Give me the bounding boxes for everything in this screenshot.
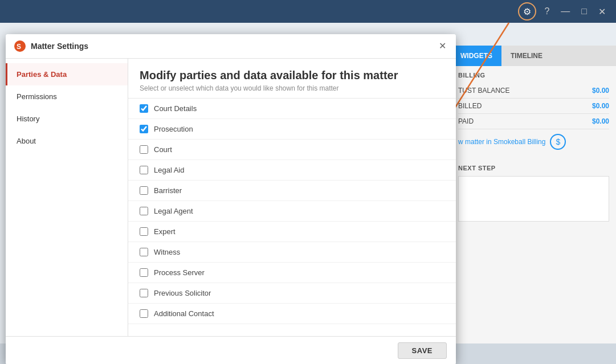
checklist-item-barrister: Barrister [128, 181, 456, 201]
top-bar: ⚙ ? — □ ✕ [0, 0, 616, 23]
checkbox-prosecution[interactable] [140, 125, 148, 133]
checklist-item-prosecution: Prosecution [128, 119, 456, 140]
dialog-footer: SAVE [6, 336, 456, 365]
label-legal-aid: Legal Aid [154, 166, 185, 174]
label-witness: Witness [154, 248, 180, 256]
label-expert: Expert [154, 227, 176, 236]
dialog-title-left: S Matter Settings [14, 40, 88, 52]
dialog-main: Modify parties and data available for th… [128, 59, 456, 336]
window-close-button[interactable]: ✕ [595, 4, 609, 19]
save-button[interactable]: SAVE [398, 342, 447, 359]
checkbox-expert[interactable] [140, 227, 148, 236]
sidebar-item-permissions[interactable]: Permissions [6, 85, 128, 108]
dialog-titlebar: S Matter Settings ✕ [6, 34, 456, 59]
label-court-details: Court Details [154, 104, 197, 113]
checkbox-legal-agent[interactable] [140, 207, 148, 215]
dialog-main-title: Modify parties and data available for th… [140, 69, 444, 82]
checklist-item-additional-contact: Additional Contact [128, 304, 456, 324]
sidebar-item-history[interactable]: History [6, 108, 128, 130]
checklist-item-expert: Expert [128, 222, 456, 242]
dialog-close-button[interactable]: ✕ [436, 40, 448, 52]
dialog-sidebar: Parties & Data Permissions History About [6, 59, 128, 336]
label-court: Court [154, 145, 172, 154]
checkbox-process-server[interactable] [140, 268, 148, 277]
checklist-item-previous-solicitor: Previous Solicitor [128, 283, 456, 304]
checklist-item-court: Court [128, 140, 456, 160]
svg-text:S: S [17, 43, 21, 51]
maximize-button[interactable]: □ [578, 4, 590, 19]
checkbox-witness[interactable] [140, 248, 148, 256]
dialog-body: Parties & Data Permissions History About… [6, 59, 456, 336]
checklist-item-legal-agent: Legal Agent [128, 201, 456, 222]
checkbox-court-details[interactable] [140, 104, 148, 113]
label-process-server: Process Server [154, 268, 205, 277]
checkbox-legal-aid[interactable] [140, 166, 148, 174]
smokeball-logo: S [14, 40, 26, 52]
dialog-main-header: Modify parties and data available for th… [128, 59, 456, 99]
minimize-button[interactable]: — [557, 4, 573, 19]
checkbox-court[interactable] [140, 145, 148, 154]
label-barrister: Barrister [154, 186, 182, 195]
checkbox-additional-contact[interactable] [140, 309, 148, 318]
checklist-item-court-details: Court Details [128, 99, 456, 119]
dialog-main-subtitle: Select or unselect which data you would … [140, 84, 444, 92]
checklist-item-process-server: Process Server [128, 263, 456, 283]
sidebar-item-about[interactable]: About [6, 130, 128, 152]
label-additional-contact: Additional Contact [154, 309, 214, 318]
label-legal-agent: Legal Agent [154, 207, 193, 215]
gear-icon[interactable]: ⚙ [518, 2, 536, 21]
checklist-item-legal-aid: Legal Aid [128, 160, 456, 181]
label-previous-solicitor: Previous Solicitor [154, 289, 211, 297]
dialog-title-text: Matter Settings [31, 42, 88, 51]
sidebar-item-parties-data[interactable]: Parties & Data [6, 63, 128, 85]
checkbox-barrister[interactable] [140, 186, 148, 195]
checklist-container[interactable]: Court Details Prosecution Court [128, 99, 456, 336]
checklist-item-witness: Witness [128, 242, 456, 263]
dialog-overlay: S Matter Settings ✕ Parties & Data Permi… [0, 23, 616, 364]
matter-settings-dialog: S Matter Settings ✕ Parties & Data Permi… [6, 34, 456, 365]
checkbox-previous-solicitor[interactable] [140, 289, 148, 297]
label-prosecution: Prosecution [154, 125, 193, 133]
help-button[interactable]: ? [541, 4, 553, 19]
